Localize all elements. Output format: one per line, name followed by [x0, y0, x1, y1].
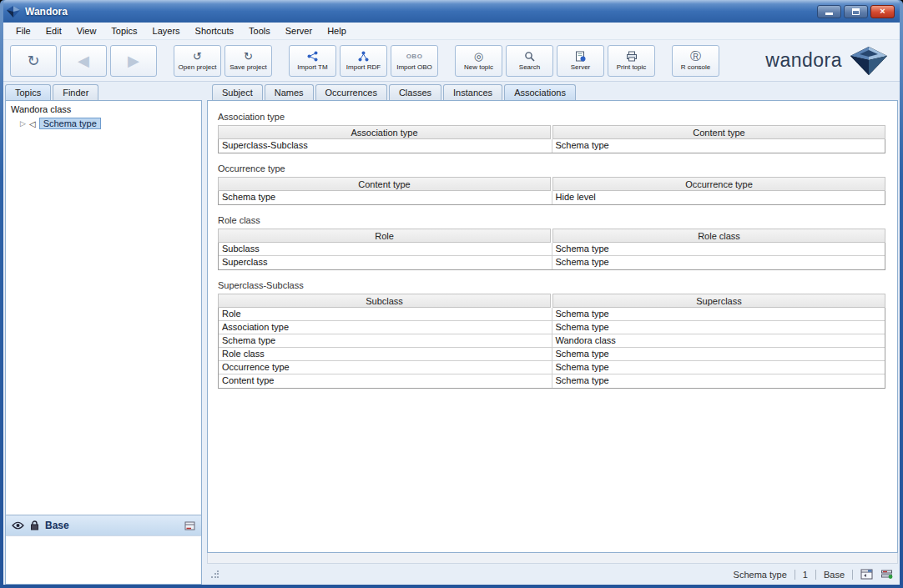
menu-item-help[interactable]: Help: [320, 23, 354, 38]
table-cell[interactable]: Hide level: [552, 191, 885, 204]
resize-grip[interactable]: [210, 570, 219, 579]
layer-bar-base[interactable]: Base: [6, 515, 201, 535]
tab-subject[interactable]: Subject: [212, 84, 263, 100]
menu-item-file[interactable]: File: [8, 23, 38, 38]
wandora-logo-icon: [850, 46, 888, 76]
close-icon: ×: [880, 7, 885, 16]
tab-instances[interactable]: Instances: [443, 84, 502, 100]
r-console-button[interactable]: Ⓡ R console: [672, 45, 719, 77]
status-separator: [815, 570, 816, 580]
titlebar[interactable]: Wandora ×: [3, 0, 900, 23]
horizontal-scrollbar[interactable]: [207, 553, 898, 564]
table-row: Occurrence type Schema type: [219, 361, 885, 374]
new-topic-button[interactable]: ◎ New topic: [455, 45, 502, 77]
menu-item-edit[interactable]: Edit: [38, 23, 69, 38]
table-cell[interactable]: Schema type: [552, 374, 885, 388]
status-layer-label: Base: [824, 570, 845, 580]
open-project-label: Open project: [179, 63, 217, 71]
table-cell[interactable]: Wandora class: [552, 334, 885, 347]
table-cell[interactable]: Content type: [219, 374, 552, 388]
status-separator: [795, 570, 795, 580]
save-project-button[interactable]: ↻ Save project: [224, 45, 272, 77]
table-cell[interactable]: Schema type: [552, 321, 885, 334]
expander-icon[interactable]: ▷: [20, 119, 26, 128]
tab-associations[interactable]: Associations: [504, 84, 576, 100]
table-header: Role Role class: [218, 229, 885, 243]
forward-icon: ▶: [128, 52, 139, 70]
forward-button[interactable]: ▶: [110, 45, 157, 77]
import-obo-button[interactable]: OBO Import OBO: [391, 45, 438, 77]
search-button[interactable]: Search: [506, 45, 553, 77]
print-icon: [626, 51, 638, 62]
table-cell[interactable]: Schema type: [552, 256, 885, 269]
import-tm-button[interactable]: Import TM: [289, 45, 336, 77]
back-button[interactable]: ◀: [60, 45, 107, 77]
tab-topics[interactable]: Topics: [5, 84, 51, 100]
tree-item-schema-type[interactable]: Schema type: [39, 118, 101, 129]
section-association-type: Association type Association type Conten…: [218, 112, 885, 153]
table-cell[interactable]: Superclass-Subclass: [219, 139, 552, 153]
role-class-table: Subclass Schema type Superclass Schema t…: [218, 243, 885, 270]
topic-panel-icon[interactable]: [860, 569, 873, 580]
status-topic-label: Schema type: [734, 570, 787, 580]
maximize-button[interactable]: [844, 5, 868, 18]
layer-name-label[interactable]: Base: [45, 520, 69, 531]
occurrence-type-table: Schema type Hide level: [218, 191, 885, 205]
r-console-icon: Ⓡ: [690, 51, 701, 62]
table-cell[interactable]: Schema type: [552, 139, 885, 153]
tab-finder[interactable]: Finder: [53, 84, 98, 100]
menu-item-topics[interactable]: Topics: [103, 23, 144, 38]
table-row: Content type Schema type: [219, 374, 885, 388]
new-topic-icon: ◎: [474, 51, 483, 62]
save-project-icon: ↻: [244, 51, 253, 62]
table-row: Subclass Schema type: [219, 243, 885, 256]
menu-item-tools[interactable]: Tools: [241, 23, 278, 38]
table-row: Superclass-Subclass Schema type: [219, 139, 885, 153]
tree-item-wandora-class[interactable]: Wandora class: [9, 103, 198, 115]
table-row: Role class Schema type: [219, 348, 885, 361]
minimize-button[interactable]: [817, 5, 841, 18]
menu-item-shortcuts[interactable]: Shortcuts: [188, 23, 241, 38]
tab-names[interactable]: Names: [265, 84, 314, 100]
associations-content: Association type Association type Conten…: [207, 100, 898, 553]
layer-lock-icon[interactable]: [30, 520, 39, 530]
section-title: Superclass-Subclass: [218, 280, 885, 290]
new-topic-label: New topic: [464, 63, 493, 71]
table-cell[interactable]: Role class: [219, 348, 552, 360]
save-project-label: Save project: [230, 63, 266, 71]
table-cell[interactable]: Schema type: [552, 348, 885, 360]
table-cell[interactable]: Role: [219, 308, 552, 320]
back-icon: ◀: [78, 52, 89, 70]
print-topic-button[interactable]: Print topic: [608, 45, 655, 77]
table-cell[interactable]: Schema type: [219, 334, 552, 347]
search-icon: [524, 51, 535, 62]
tab-classes[interactable]: Classes: [389, 84, 441, 100]
table-cell[interactable]: Schema type: [552, 243, 885, 255]
server-button[interactable]: Server: [557, 45, 604, 77]
menu-item-server[interactable]: Server: [278, 23, 320, 38]
open-project-button[interactable]: ↺ Open project: [174, 45, 221, 77]
layer-visibility-eye-icon[interactable]: [12, 521, 24, 530]
main-panel: Subject Names Occurrences Classes Instan…: [207, 82, 900, 585]
table-cell[interactable]: Association type: [219, 321, 552, 334]
sidebar: Topics Finder Wandora class ▷ ◁ Schema t…: [3, 82, 204, 585]
table-cell[interactable]: Occurrence type: [219, 361, 552, 374]
table-cell[interactable]: Superclass: [219, 256, 552, 269]
wandora-window: Wandora × File Edit View Topics Layers S…: [0, 0, 903, 588]
menu-item-layers[interactable]: Layers: [145, 23, 188, 38]
layer-options-icon[interactable]: [184, 521, 195, 530]
layer-status-icon[interactable]: [880, 569, 893, 580]
import-rdf-button[interactable]: Import RDF: [340, 45, 387, 77]
refresh-button[interactable]: ↻: [10, 45, 57, 77]
table-cell[interactable]: Schema type: [552, 308, 885, 320]
column-header: Subclass: [218, 294, 551, 308]
table-cell[interactable]: Schema type: [552, 361, 885, 374]
table-cell[interactable]: Subclass: [219, 243, 552, 255]
refresh-icon: ↻: [27, 52, 39, 70]
close-button[interactable]: ×: [870, 5, 895, 18]
table-cell[interactable]: Schema type: [219, 191, 552, 204]
column-header: Content type: [218, 177, 551, 191]
tab-occurrences[interactable]: Occurrences: [315, 84, 387, 100]
menu-item-view[interactable]: View: [69, 23, 104, 38]
tree-item-schema-type-row: ▷ ◁ Schema type: [9, 118, 198, 129]
